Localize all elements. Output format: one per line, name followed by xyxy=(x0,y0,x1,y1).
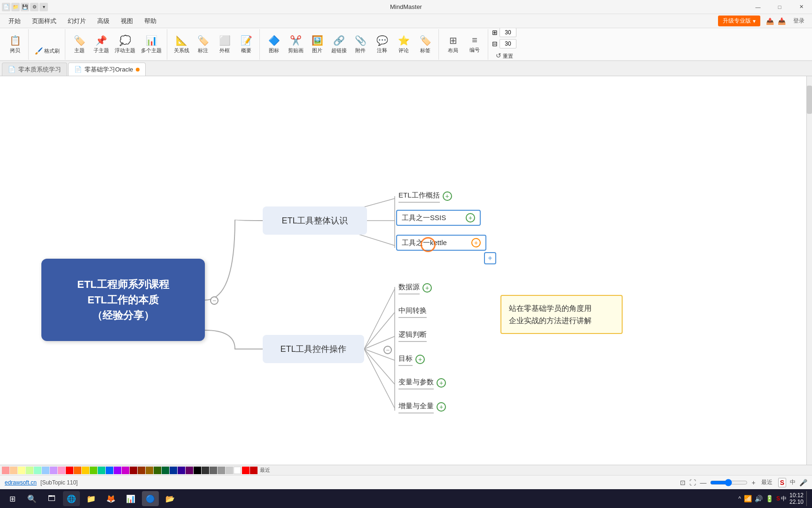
plus-btn-ssis[interactable]: + xyxy=(466,213,475,222)
color-lime[interactable] xyxy=(26,467,33,474)
sub-node-logic-text[interactable]: 逻辑判断 xyxy=(398,328,427,342)
annotation-box[interactable]: 站在零基础学员的角度用企业实战的方法进行讲解 xyxy=(500,295,623,334)
taskbar-battery[interactable]: 🔋 xyxy=(765,495,773,502)
color-rose[interactable] xyxy=(58,467,65,474)
taskbar-chevron[interactable]: ^ xyxy=(738,495,741,502)
menu-advanced[interactable]: 高级 xyxy=(93,15,114,27)
color-dark-magenta[interactable] xyxy=(186,467,193,474)
taskbar-search-button[interactable]: 🔍 xyxy=(23,491,40,506)
taskbar-app-edge[interactable]: 🌐 xyxy=(63,491,80,506)
frame-button[interactable]: ⬜ 外框 xyxy=(214,32,235,56)
upgrade-button[interactable]: 升级专业版 ▾ xyxy=(718,16,760,26)
color-gray1[interactable] xyxy=(202,467,209,474)
sub-node-increment-text[interactable]: 增量与全量 xyxy=(398,400,434,413)
format-brush-button[interactable]: 🖌️ 格式刷 xyxy=(32,45,62,57)
copy-button[interactable]: 📋 拷贝 xyxy=(5,32,25,56)
color-dark-green[interactable] xyxy=(154,467,161,474)
minus-btn-branch2[interactable]: − xyxy=(383,346,392,354)
color-pink[interactable] xyxy=(2,467,9,474)
color-lavender[interactable] xyxy=(50,467,57,474)
reset-button[interactable]: ↺ 重置 xyxy=(493,50,515,61)
plus-btn-datasource[interactable]: + xyxy=(422,283,432,293)
taskbar-network[interactable]: 📶 xyxy=(744,495,752,502)
taskbar-desktop-btn[interactable] xyxy=(806,491,808,506)
dropdown-icon[interactable]: ▾ xyxy=(39,3,48,11)
color-dark-blue[interactable] xyxy=(170,467,177,474)
attachment-button[interactable]: 📎 附件 xyxy=(350,32,371,56)
sub-node-target-text[interactable]: 目标 xyxy=(398,352,413,366)
menu-start[interactable]: 开始 xyxy=(4,15,25,27)
time-display[interactable]: 10:12 22.10 xyxy=(789,492,804,505)
sub-node-etl-overview-text[interactable]: ETL工作概括 xyxy=(398,189,440,203)
sub-node-transform-text[interactable]: 中间转换 xyxy=(398,304,427,318)
color-red[interactable] xyxy=(66,467,73,474)
picture-button[interactable]: 🖼️ 图片 xyxy=(307,32,328,56)
color-green[interactable] xyxy=(90,467,97,474)
plus-btn-variables[interactable]: + xyxy=(437,378,446,388)
menu-page-style[interactable]: 页面样式 xyxy=(27,15,61,27)
color-magenta[interactable] xyxy=(122,467,129,474)
export-icon[interactable]: 📥 xyxy=(778,17,786,25)
tag-button[interactable]: 🏷️ 标签 xyxy=(415,32,436,56)
color-dark-teal[interactable] xyxy=(162,467,169,474)
menu-view[interactable]: 视图 xyxy=(116,15,138,27)
size-input1[interactable] xyxy=(500,28,516,37)
theme-button[interactable]: 🏷️ 主题 xyxy=(69,32,90,56)
taskbar-app-mindmaster[interactable]: 🔵 xyxy=(142,491,159,506)
taskbar-task-view[interactable]: 🗔 xyxy=(43,491,60,506)
color-purple[interactable] xyxy=(114,467,121,474)
color-white[interactable] xyxy=(234,467,241,474)
login-button[interactable]: 登录 xyxy=(789,16,808,26)
input-method-s[interactable]: S xyxy=(778,478,786,487)
folder-icon[interactable]: 📁 xyxy=(11,3,20,11)
zoom-out-icon[interactable]: — xyxy=(700,479,706,486)
taskbar-app-explorer[interactable]: 📁 xyxy=(83,491,100,506)
input-method-zh[interactable]: 中 xyxy=(790,478,796,486)
annotation-button[interactable]: 🏷️ 标注 xyxy=(193,32,213,56)
sub-node-kettle[interactable]: 工具之一kettle + xyxy=(396,235,486,251)
summary-button[interactable]: 📝 概要 xyxy=(236,32,257,56)
color-yellow2[interactable] xyxy=(82,467,89,474)
taskbar-start-button[interactable]: ⊞ xyxy=(4,491,21,506)
taskbar-app-firefox[interactable]: 🦊 xyxy=(102,491,119,506)
color-blue[interactable] xyxy=(106,467,113,474)
central-node[interactable]: ETL工程师系列课程ETL工作的本质（经验分享） xyxy=(41,259,205,341)
taskbar-app-folder[interactable]: 📂 xyxy=(162,491,179,506)
branch1-node[interactable]: ETL工具整体认识 xyxy=(263,206,367,235)
close-button[interactable]: ✕ xyxy=(790,0,812,14)
tab-local-study[interactable]: 📄 零本质系统学习 xyxy=(2,63,67,76)
mic-icon[interactable]: 🎤 xyxy=(799,479,807,486)
color-yellow[interactable] xyxy=(18,467,25,474)
minus-btn-branch1[interactable]: − xyxy=(210,296,219,305)
color-gray3[interactable] xyxy=(218,467,225,474)
status-website[interactable]: edrawsoft.cn xyxy=(5,479,37,486)
relation-line-button[interactable]: 📐 关系线 xyxy=(171,32,192,56)
zoom-slider[interactable] xyxy=(710,479,748,486)
layout-button[interactable]: ⊞ 布局 xyxy=(443,32,463,56)
color-orange[interactable] xyxy=(74,467,81,474)
size-input2[interactable] xyxy=(500,39,516,48)
color-black[interactable] xyxy=(194,467,201,474)
sub-node-datasource-text[interactable]: 数据源 xyxy=(398,281,420,294)
share-icon[interactable]: 📤 xyxy=(766,17,774,25)
minimize-button[interactable]: — xyxy=(747,0,769,14)
sub-node-ssis[interactable]: 工具之一SSIS + xyxy=(396,210,481,226)
fullscreen-icon[interactable]: ⛶ xyxy=(689,479,696,486)
taskbar-app-excel[interactable]: 📊 xyxy=(122,491,139,506)
color-dark-orange[interactable] xyxy=(138,467,145,474)
color-red-end[interactable] xyxy=(242,467,250,474)
clipart-button[interactable]: ✂️ 剪贴画 xyxy=(285,32,306,56)
fit-page-icon[interactable]: ⊡ xyxy=(680,479,686,486)
subtheme-button[interactable]: 📌 子主题 xyxy=(91,32,111,56)
maximize-button[interactable]: □ xyxy=(769,0,790,14)
plus-btn-overview[interactable]: + xyxy=(443,191,452,201)
multi-theme-button[interactable]: 📊 多个主题 xyxy=(139,32,164,56)
color-gray4[interactable] xyxy=(226,467,233,474)
float-theme-button[interactable]: 💭 浮动主题 xyxy=(112,32,138,56)
canvas-area[interactable]: ETL工程师系列课程ETL工作的本质（经验分享） − ETL工具整体认识 ETL… xyxy=(0,76,812,465)
add-branch1-button[interactable]: + xyxy=(484,252,496,264)
hyperlink-button[interactable]: 🔗 超链接 xyxy=(328,32,349,56)
taskbar-input-method[interactable]: S 中 xyxy=(776,495,787,503)
menu-slideshow[interactable]: 幻灯片 xyxy=(63,15,91,27)
color-dark-red[interactable] xyxy=(130,467,137,474)
